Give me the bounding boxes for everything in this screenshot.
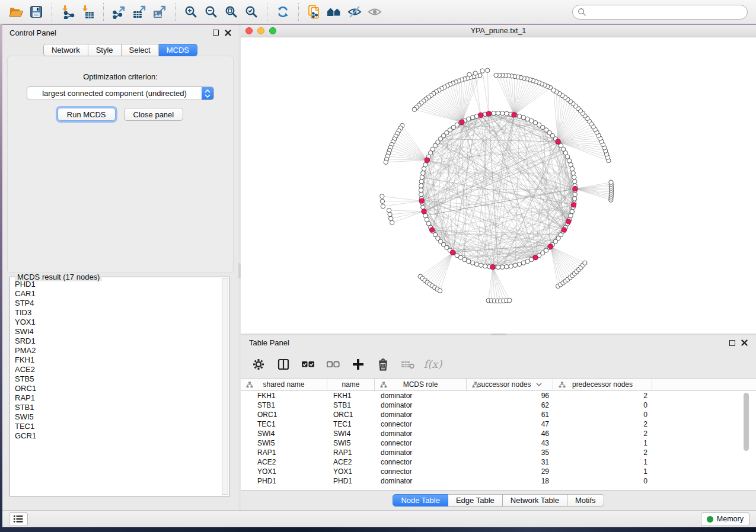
mcds-result-item[interactable]: STP4 <box>15 299 220 308</box>
close-panel-icon[interactable] <box>225 30 231 36</box>
mcds-result-item[interactable]: SWI4 <box>15 327 220 336</box>
tab-network-table[interactable]: Network Table <box>503 494 567 507</box>
mcds-result-item[interactable]: CAR1 <box>15 289 220 299</box>
select-all-button[interactable] <box>299 355 318 374</box>
table-row[interactable]: SWI5SWI5connector431 <box>241 438 756 448</box>
table-cell: RAP1 <box>241 448 327 457</box>
add-column-button[interactable] <box>349 355 368 374</box>
refresh-layout-button[interactable] <box>273 2 293 21</box>
mcds-result-item[interactable]: TEC1 <box>15 422 220 431</box>
mcds-result-item[interactable]: ACE2 <box>15 365 220 374</box>
optimization-criterion-select[interactable]: largest connected component (undirected) <box>27 86 214 100</box>
network-canvas[interactable] <box>241 37 756 334</box>
tab-network[interactable]: Network <box>43 44 88 56</box>
export-image-icon <box>152 5 167 19</box>
mcds-result-item[interactable]: PHD1 <box>15 280 220 289</box>
tab-mcds[interactable]: MCDS <box>159 44 197 56</box>
export-table-icon <box>132 5 146 19</box>
zoom-fit-button[interactable] <box>221 2 241 21</box>
table-row[interactable]: SWI4SWI4dominator462 <box>241 429 756 438</box>
table-cell: STB1 <box>241 400 327 410</box>
mcds-result-item[interactable]: RAP1 <box>15 393 220 403</box>
table-cell: YOX1 <box>241 467 327 476</box>
table-cell-filler <box>652 429 756 438</box>
mcds-list-scrollbar[interactable] <box>222 278 228 495</box>
mcds-result-item[interactable]: GCR1 <box>15 431 220 441</box>
mcds-result-item[interactable]: FKH1 <box>15 355 220 365</box>
zoom-selected-button[interactable] <box>241 2 261 21</box>
first-neighbors-button[interactable] <box>324 2 344 21</box>
import-table-button[interactable] <box>78 2 98 21</box>
clone-network-button[interactable] <box>304 2 324 21</box>
open-file-button[interactable] <box>6 2 26 21</box>
export-table-button[interactable] <box>129 2 149 21</box>
graph-nodes[interactable] <box>380 68 614 303</box>
mcds-result-item[interactable]: ORC1 <box>15 384 220 393</box>
mcds-result-item[interactable]: STB1 <box>15 403 220 412</box>
table-cell: ACE2 <box>327 457 375 467</box>
search-input[interactable] <box>590 8 742 16</box>
deselect-all-button[interactable] <box>324 355 343 374</box>
mcds-result-list[interactable]: PHD1CAR1STP4TID3YOX1SWI4SRD1PMA2FKH1ACE2… <box>15 280 220 495</box>
mcds-result-item[interactable]: PMA2 <box>15 346 220 355</box>
table-row[interactable]: ACE2ACE2connector311 <box>241 457 756 467</box>
column-header-predecessor-nodes[interactable]: predecessor nodes <box>553 379 652 390</box>
close-panel-icon[interactable] <box>741 339 748 346</box>
memory-status-icon <box>707 516 713 523</box>
network-title: YPA_prune.txt_1 <box>241 27 756 35</box>
delete-column-button[interactable] <box>374 355 393 374</box>
tab-style[interactable]: Style <box>88 44 122 56</box>
import-network-icon <box>60 5 75 19</box>
mcds-result-item[interactable]: SWI5 <box>15 412 220 422</box>
float-panel-icon[interactable] <box>213 30 219 36</box>
table-cell: PHD1 <box>241 476 327 486</box>
tab-edge-table[interactable]: Edge Table <box>448 494 503 507</box>
tab-select[interactable]: Select <box>122 44 159 56</box>
close-panel-button[interactable]: Close panel <box>124 108 184 121</box>
run-mcds-button[interactable]: Run MCDS <box>58 108 116 121</box>
memory-button[interactable]: Memory <box>701 512 749 526</box>
table-cell: SWI5 <box>327 438 375 448</box>
import-network-button[interactable] <box>58 2 78 21</box>
show-all-button[interactable] <box>365 2 385 21</box>
save-session-button[interactable] <box>26 2 46 21</box>
tab-node-table[interactable]: Node Table <box>393 494 448 507</box>
table-cell: connector <box>375 438 467 448</box>
column-header-shared-name[interactable]: shared name <box>241 379 327 390</box>
table-row[interactable]: PHD1PHD1dominator180 <box>241 476 756 486</box>
zoom-out-button[interactable] <box>201 2 221 21</box>
zoom-in-button[interactable] <box>181 2 201 21</box>
table-row[interactable]: TEC1TEC1connector472 <box>241 419 756 429</box>
search-box[interactable] <box>572 5 748 20</box>
table-row[interactable]: STB1STB1dominator620 <box>241 400 756 410</box>
float-panel-icon[interactable] <box>729 340 735 346</box>
column-header-name[interactable]: name <box>327 379 375 390</box>
table-settings-button[interactable] <box>249 355 268 374</box>
zoom-selected-icon <box>244 5 259 19</box>
export-image-button[interactable] <box>149 2 170 21</box>
table-row[interactable]: RAP1RAP1dominator352 <box>241 448 756 457</box>
column-label: shared name <box>263 380 304 389</box>
table-row[interactable]: ORC1ORC1dominator610 <box>241 410 756 419</box>
mcds-panel: Optimization criterion: largest connecte… <box>7 56 234 273</box>
show-columns-button[interactable] <box>274 355 293 374</box>
table-row[interactable]: YOX1YOX1connector291 <box>241 467 756 476</box>
table-scrollbar-thumb[interactable] <box>744 393 749 451</box>
mcds-result-item[interactable]: SRD1 <box>15 336 220 346</box>
tab-motifs[interactable]: Motifs <box>567 494 604 507</box>
mcds-result-item[interactable]: STB5 <box>15 374 220 384</box>
mcds-result-item[interactable]: YOX1 <box>15 318 220 327</box>
table-row[interactable]: FKH1FKH1dominator962 <box>241 391 756 400</box>
memory-label: Memory <box>717 515 744 523</box>
export-network-button[interactable] <box>109 2 129 21</box>
network-graph[interactable] <box>241 37 756 334</box>
hide-selected-button[interactable] <box>344 2 365 21</box>
column-type-icon <box>472 382 479 388</box>
column-header-mcds-role[interactable]: MCDS role <box>375 379 467 390</box>
task-history-button[interactable] <box>9 512 28 526</box>
table-cell: STB1 <box>327 400 375 410</box>
menu-list-icon <box>13 515 24 523</box>
column-header-successor-nodes[interactable]: successor nodes <box>467 379 553 390</box>
control-panel-tabs: NetworkStyleSelectMCDS <box>2 44 238 56</box>
mcds-result-item[interactable]: TID3 <box>15 308 220 318</box>
